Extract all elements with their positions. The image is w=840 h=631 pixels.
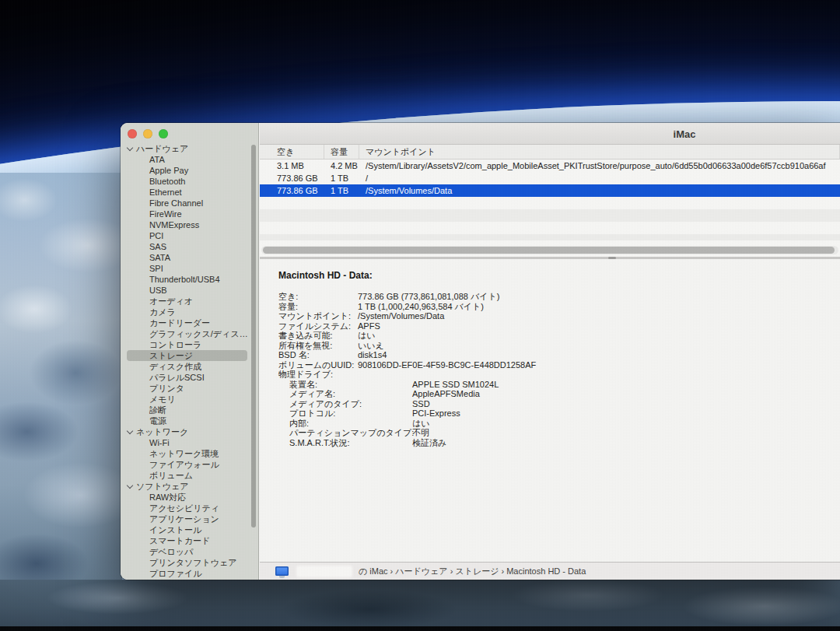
zoom-button[interactable] bbox=[159, 129, 168, 138]
status-bar: の iMac › ハードウェア › ストレージ › Macintosh HD -… bbox=[260, 562, 840, 580]
cell-free: 773.86 GB bbox=[260, 172, 324, 184]
sidebar-item-wifi[interactable]: Wi-Fi bbox=[121, 437, 258, 448]
detail-value: はい bbox=[358, 331, 376, 341]
volumes-table: 空き 容量 マウントポイント 3.1 MB 4.2 MB /System/Lib… bbox=[260, 145, 840, 257]
table-row[interactable]: 3.1 MB 4.2 MB /System/Library/AssetsV2/c… bbox=[260, 160, 840, 172]
detail-label: 装置名: bbox=[289, 380, 412, 390]
sidebar-item-volumes[interactable]: ボリューム bbox=[121, 470, 258, 481]
sidebar-item-graphics-displays[interactable]: グラフィックス/ディス… bbox=[121, 328, 258, 339]
sidebar-item-developer[interactable]: デベロッパ bbox=[121, 546, 258, 557]
table-row[interactable]: 773.86 GB 1 TB / bbox=[260, 172, 840, 184]
detail-label: ボリュームのUUID: bbox=[278, 360, 358, 370]
sidebar-item-ata[interactable]: ATA bbox=[121, 154, 258, 165]
detail-row: マウントポイント:/System/Volumes/Data bbox=[278, 311, 840, 321]
detail-label: ファイルシステム: bbox=[278, 321, 358, 331]
sidebar-item-network-locations[interactable]: ネットワーク環境 bbox=[121, 448, 258, 459]
sidebar-list: ハードウェア ATA Apple Pay Bluetooth Ethernet … bbox=[121, 143, 258, 580]
sidebar-item-accessibility[interactable]: アクセシビリティ bbox=[121, 503, 258, 514]
sidebar-item-firewall[interactable]: ファイアウォール bbox=[121, 459, 258, 470]
cell-mount-point: /System/Library/AssetsV2/com_apple_Mobil… bbox=[359, 160, 840, 172]
detail-label: パーティションマップのタイプ: bbox=[289, 428, 412, 438]
detail-row: 容量:1 TB (1,000,240,963,584 バイト) bbox=[278, 302, 840, 312]
sidebar-section-label: ハードウェア bbox=[136, 144, 188, 153]
sidebar-item-spi[interactable]: SPI bbox=[121, 263, 258, 274]
sidebar-item-parallel-scsi[interactable]: パラレルSCSI bbox=[121, 372, 258, 383]
sidebar-item-printer-software[interactable]: プリンタソフトウェア bbox=[121, 557, 258, 568]
detail-row: ボリュームのUUID:908106DD-EF0E-4F59-BC9C-E448D… bbox=[278, 360, 840, 370]
sidebar-item-disc-burning[interactable]: ディスク作成 bbox=[121, 361, 258, 372]
sidebar-item-usb[interactable]: USB bbox=[121, 285, 258, 296]
horizontal-scrollbar-thumb[interactable] bbox=[263, 247, 835, 254]
sidebar-item-smart-cards[interactable]: スマートカード bbox=[121, 535, 258, 546]
sidebar-item-controller[interactable]: コントローラ bbox=[121, 339, 258, 350]
detail-value: disk1s4 bbox=[358, 350, 387, 360]
close-button[interactable] bbox=[128, 129, 137, 138]
chevron-down-icon bbox=[127, 428, 133, 434]
sidebar-section-label: ソフトウェア bbox=[136, 482, 189, 491]
sidebar-item-card-reader[interactable]: カードリーダー bbox=[121, 317, 258, 328]
chevron-down-icon bbox=[127, 482, 133, 489]
cell-free: 3.1 MB bbox=[260, 160, 324, 172]
sidebar-item-audio[interactable]: オーディオ bbox=[121, 296, 258, 307]
detail-label: メディアのタイプ: bbox=[289, 399, 412, 409]
sidebar-item-applications[interactable]: アプリケーション bbox=[121, 514, 258, 524]
detail-row: ファイルシステム:APFS bbox=[278, 321, 840, 331]
column-header-capacity[interactable]: 容量 bbox=[324, 145, 359, 159]
column-header-free[interactable]: 空き bbox=[260, 145, 324, 159]
sidebar-item-profiles[interactable]: プロファイル bbox=[121, 568, 258, 579]
sidebar-item-sas[interactable]: SAS bbox=[121, 241, 258, 252]
table-row-selected[interactable]: 773.86 GB 1 TB /System/Volumes/Data bbox=[260, 184, 840, 197]
sidebar-item-bluetooth[interactable]: Bluetooth bbox=[121, 176, 258, 187]
sidebar-scrollbar[interactable] bbox=[251, 145, 256, 528]
table-header-row: 空き 容量 マウントポイント bbox=[260, 145, 840, 160]
sidebar: ハードウェア ATA Apple Pay Bluetooth Ethernet … bbox=[121, 123, 259, 580]
sidebar-item-diagnostics[interactable]: 診断 bbox=[121, 405, 258, 415]
sidebar-item-camera[interactable]: カメラ bbox=[121, 307, 258, 317]
detail-label: 空き: bbox=[278, 292, 358, 302]
volume-detail-pane: Macintosh HD - Data: 空き:773.86 GB (773,8… bbox=[260, 259, 840, 562]
sidebar-section-software[interactable]: ソフトウェア bbox=[121, 481, 258, 492]
sidebar-item-nvmexpress[interactable]: NVMExpress bbox=[121, 219, 258, 230]
sidebar-item-pci[interactable]: PCI bbox=[121, 230, 258, 241]
detail-row: メディア名:AppleAPFSMedia bbox=[278, 389, 840, 399]
earth-clouds-bottom bbox=[0, 580, 840, 628]
sidebar-section-hardware[interactable]: ハードウェア bbox=[121, 143, 258, 154]
sidebar-item-sata[interactable]: SATA bbox=[121, 252, 258, 263]
detail-value: 不明 bbox=[412, 428, 429, 438]
cell-free: 773.86 GB bbox=[260, 184, 324, 197]
sidebar-section-network[interactable]: ネットワーク bbox=[121, 426, 258, 437]
sidebar-item-memory[interactable]: メモリ bbox=[121, 394, 258, 405]
sidebar-item-printers[interactable]: プリンタ bbox=[121, 383, 258, 394]
cell-capacity: 4.2 MB bbox=[324, 160, 359, 172]
sidebar-item-fibre-channel[interactable]: Fibre Channel bbox=[121, 198, 258, 209]
detail-label: メディア名: bbox=[289, 389, 412, 399]
detail-row: 所有権を無視:いいえ bbox=[278, 341, 840, 351]
sidebar-item-apple-pay[interactable]: Apple Pay bbox=[121, 165, 258, 176]
column-header-mount-point[interactable]: マウントポイント bbox=[359, 145, 840, 159]
window-title: iMac bbox=[674, 128, 696, 140]
minimize-button[interactable] bbox=[143, 129, 152, 138]
detail-label: 所有権を無視: bbox=[278, 341, 358, 351]
horizontal-scrollbar[interactable] bbox=[261, 246, 838, 254]
detail-row: 書き込み可能:はい bbox=[278, 331, 840, 341]
detail-value: AppleAPFSMedia bbox=[412, 389, 480, 399]
detail-value: /System/Volumes/Data bbox=[358, 311, 444, 321]
detail-value: APPLE SSD SM1024L bbox=[412, 380, 499, 390]
sidebar-item-power[interactable]: 電源 bbox=[121, 415, 258, 426]
sidebar-item-thunderbolt-usb4[interactable]: Thunderbolt/USB4 bbox=[121, 274, 258, 285]
physical-drive-header: 物理ドライブ: bbox=[278, 370, 840, 380]
sidebar-item-ethernet[interactable]: Ethernet bbox=[121, 187, 258, 198]
photo-of-screen: ハードウェア ATA Apple Pay Bluetooth Ethernet … bbox=[0, 0, 840, 631]
sidebar-item-installations[interactable]: インストール bbox=[121, 524, 258, 535]
chevron-down-icon bbox=[127, 145, 133, 151]
screen-bezel bbox=[0, 626, 840, 631]
sidebar-item-firewire[interactable]: FireWire bbox=[121, 209, 258, 219]
title-bar[interactable]: iMac bbox=[260, 123, 840, 145]
detail-row: BSD 名:disk1s4 bbox=[278, 350, 840, 360]
detail-value: APFS bbox=[358, 321, 380, 331]
cell-mount-point: / bbox=[359, 172, 840, 184]
system-information-window: ハードウェア ATA Apple Pay Bluetooth Ethernet … bbox=[121, 123, 840, 580]
sidebar-item-raw-support[interactable]: RAW対応 bbox=[121, 492, 258, 503]
sidebar-item-storage[interactable]: ストレージ bbox=[127, 350, 247, 361]
detail-row: 空き:773.86 GB (773,861,081,088 バイト) bbox=[278, 292, 840, 302]
